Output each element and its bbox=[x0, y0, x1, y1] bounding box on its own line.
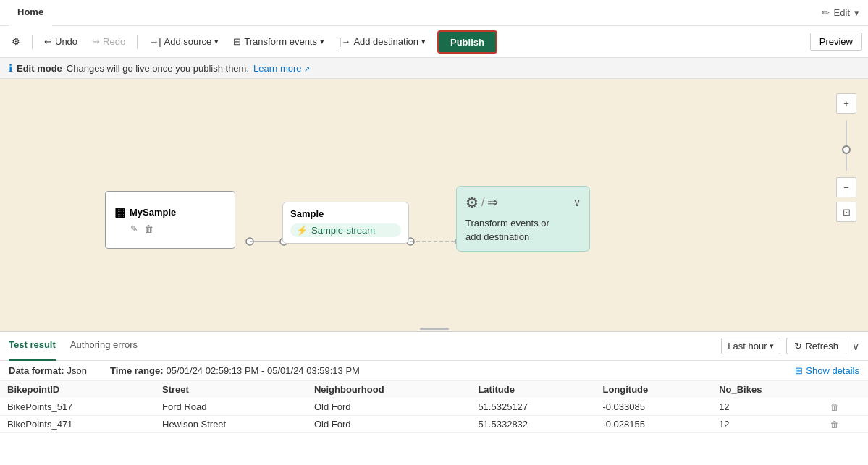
learn-more-label: Learn more bbox=[253, 63, 301, 74]
edit-banner-message: Changes will go live once you publish th… bbox=[67, 63, 249, 74]
panel-meta: Data format: Json Time range: 05/01/24 0… bbox=[0, 361, 868, 381]
dest-separator: / bbox=[481, 196, 484, 209]
transform-events-label: Transform events bbox=[244, 36, 317, 47]
cell-icon-1: 🗑 bbox=[823, 398, 868, 416]
undo-icon: ↩ bbox=[44, 36, 52, 47]
source-node-icon: ▦ bbox=[114, 205, 125, 219]
preview-button[interactable]: Preview bbox=[810, 33, 862, 51]
col-neighbourhood: Neighbourhood bbox=[307, 381, 471, 398]
stream-icon: ⚡ bbox=[296, 225, 308, 236]
time-range-meta-value: 05/01/24 02:59:13 PM - 05/01/24 03:59:13… bbox=[167, 365, 360, 376]
source-node-name: MySample bbox=[130, 207, 176, 218]
stream-label: Sample-stream bbox=[311, 225, 375, 236]
destination-node[interactable]: ⚙ / ⇒ ∨ Transform events or add destinat… bbox=[456, 186, 590, 252]
add-source-icon: →| bbox=[149, 36, 161, 47]
cell-latitude-2: 51.5332832 bbox=[471, 416, 595, 433]
time-range-label: Last hour bbox=[728, 341, 767, 351]
transform-stream: ⚡ Sample-stream bbox=[290, 223, 401, 237]
home-tab[interactable]: Home bbox=[9, 0, 52, 26]
data-table: BikepointID Street Neighbourhood Latitud… bbox=[0, 381, 868, 433]
title-bar: Home ✏ Edit ▾ bbox=[0, 0, 868, 26]
learn-more-link[interactable]: Learn more ↗ bbox=[253, 63, 310, 74]
drag-bar bbox=[420, 328, 449, 330]
settings-icon: ⚙ bbox=[12, 36, 20, 47]
source-delete-icon[interactable]: 🗑 bbox=[144, 223, 153, 234]
dest-settings-icon: ⚙ bbox=[465, 194, 479, 211]
cell-street-1: Ford Road bbox=[155, 398, 307, 416]
publish-button[interactable]: Publish bbox=[437, 30, 497, 54]
edit-mode-label: Edit mode bbox=[17, 63, 62, 74]
time-range-chevron-icon: ▾ bbox=[770, 341, 774, 351]
edit-button[interactable]: ✏ Edit ▾ bbox=[822, 7, 859, 18]
zoom-in-button[interactable]: + bbox=[836, 93, 856, 114]
refresh-button[interactable]: ↻ Refresh bbox=[786, 338, 846, 354]
col-extra bbox=[823, 381, 868, 398]
show-details-label: Show details bbox=[806, 365, 859, 376]
col-bikepointid: BikepointID bbox=[0, 381, 155, 398]
tab-test-result[interactable]: Test result bbox=[9, 332, 56, 361]
col-longitude: Longitude bbox=[595, 381, 712, 398]
refresh-icon: ↻ bbox=[794, 341, 802, 351]
source-node[interactable]: ▦ MySample ✎ 🗑 bbox=[105, 191, 235, 249]
cell-icon-2: 🗑 bbox=[823, 416, 868, 433]
cell-nobikes-2: 12 bbox=[712, 416, 823, 433]
col-nobikes: No_Bikes bbox=[712, 381, 823, 398]
cell-neighbourhood-2: Old Ford bbox=[307, 416, 471, 433]
publish-label: Publish bbox=[450, 37, 484, 48]
info-icon: ℹ bbox=[9, 62, 12, 74]
add-destination-icon: |→ bbox=[339, 36, 350, 47]
transform-events-button[interactable]: ⊞ Transform events ▾ bbox=[227, 33, 330, 50]
edit-pencil-icon: ✏ bbox=[822, 7, 830, 18]
fit-view-button[interactable]: ⊡ bbox=[836, 202, 856, 222]
cell-nobikes-1: 12 bbox=[712, 398, 823, 416]
col-street: Street bbox=[155, 381, 307, 398]
undo-label: Undo bbox=[55, 36, 77, 47]
add-destination-label: Add destination bbox=[353, 36, 418, 47]
test-result-tab-label: Test result bbox=[9, 339, 56, 350]
destination-text: Transform events or add destination bbox=[465, 217, 549, 244]
canvas: ▦ MySample ✎ 🗑 Sample ⚡ Sample-stream ⚙ … bbox=[0, 79, 868, 331]
col-latitude: Latitude bbox=[471, 381, 595, 398]
dest-line1: Transform events or bbox=[465, 218, 549, 229]
add-source-button[interactable]: →| Add source ▾ bbox=[143, 33, 224, 50]
dest-line2: add destination bbox=[465, 231, 529, 242]
destination-chevron-icon[interactable]: ∨ bbox=[573, 197, 581, 208]
data-format-label: Data format: bbox=[9, 365, 64, 376]
zoom-out-button[interactable]: − bbox=[836, 177, 856, 197]
data-table-container: BikepointID Street Neighbourhood Latitud… bbox=[0, 381, 868, 433]
redo-icon: ↪ bbox=[92, 36, 100, 47]
undo-button[interactable]: ↩ Undo bbox=[38, 33, 83, 50]
cell-latitude-1: 51.5325127 bbox=[471, 398, 595, 416]
time-range-select[interactable]: Last hour ▾ bbox=[721, 338, 780, 354]
cell-bikepointid-2: BikePoints_471 bbox=[0, 416, 155, 433]
home-tab-label: Home bbox=[17, 7, 43, 17]
dest-export-icon: ⇒ bbox=[487, 195, 498, 210]
zoom-thumb bbox=[842, 145, 851, 154]
redo-label: Redo bbox=[103, 36, 125, 47]
panel-drag-handle[interactable] bbox=[420, 327, 449, 331]
zoom-slider[interactable] bbox=[846, 116, 847, 174]
source-edit-icon[interactable]: ✎ bbox=[130, 223, 138, 234]
destination-icons: ⚙ / ⇒ ∨ bbox=[465, 194, 581, 211]
table-header: BikepointID Street Neighbourhood Latitud… bbox=[0, 381, 868, 398]
bottom-panel: Test result Authoring errors Last hour ▾… bbox=[0, 331, 868, 465]
redo-button[interactable]: ↪ Redo bbox=[86, 33, 131, 50]
add-destination-button[interactable]: |→ Add destination ▾ bbox=[333, 33, 431, 50]
zoom-in-icon: + bbox=[843, 98, 849, 109]
add-source-label: Add source bbox=[164, 36, 212, 47]
show-details-button[interactable]: ⊞ Show details bbox=[795, 365, 859, 376]
tab-authoring-errors[interactable]: Authoring errors bbox=[70, 332, 138, 361]
time-range-meta-label: Time range: bbox=[110, 365, 163, 376]
zoom-out-icon: − bbox=[843, 182, 849, 193]
cell-longitude-2: -0.028155 bbox=[595, 416, 712, 433]
transform-node[interactable]: Sample ⚡ Sample-stream bbox=[282, 202, 409, 244]
table-row: BikePoints_471 Hewison Street Old Ford 5… bbox=[0, 416, 868, 433]
cell-longitude-1: -0.033085 bbox=[595, 398, 712, 416]
panel-collapse-button[interactable]: ∨ bbox=[852, 341, 859, 352]
transform-node-title: Sample bbox=[290, 208, 401, 219]
table-body: BikePoints_517 Ford Road Old Ford 51.532… bbox=[0, 398, 868, 433]
external-link-icon: ↗ bbox=[304, 65, 310, 73]
settings-button[interactable]: ⚙ bbox=[6, 33, 26, 50]
cell-street-2: Hewison Street bbox=[155, 416, 307, 433]
fit-icon: ⊡ bbox=[843, 207, 851, 218]
